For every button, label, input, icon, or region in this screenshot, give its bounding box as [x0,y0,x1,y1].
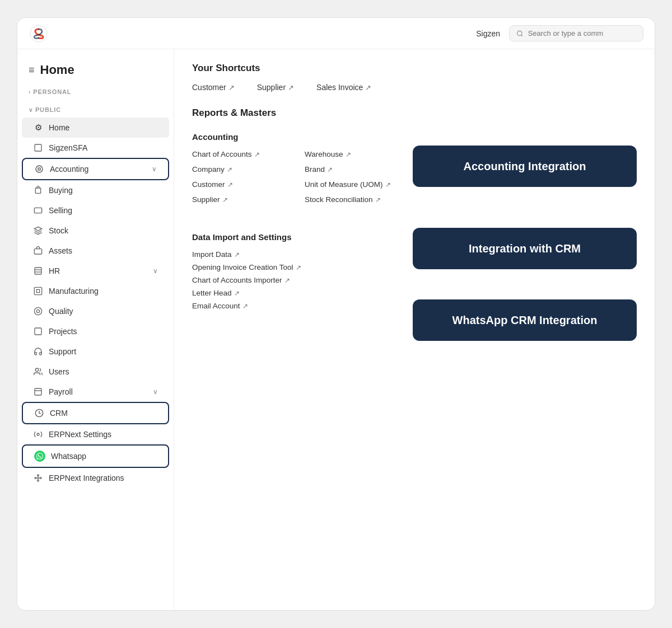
accounting-subsection-title: Accounting [192,132,399,142]
sidebar-item-sigzensfa[interactable]: SigzenSFA [22,138,169,158]
letter-head-link[interactable]: Letter Head ↗ [192,287,399,299]
personal-section-label[interactable]: › PERSONAL [17,86,174,100]
home-icon: ⚙ [33,123,43,133]
sidebar-item-home[interactable]: ⚙ Home [22,118,169,138]
sidebar-item-selling[interactable]: Selling [22,200,169,221]
sidebar-label-payroll: Payroll [49,387,147,396]
sidebar-item-crm[interactable]: CRM [22,402,169,424]
content-area: Your Shortcuts Customer ↗ Supplier ↗ Sal… [174,49,655,610]
svg-point-24 [40,477,41,479]
email-account-arrow: ↗ [242,302,248,310]
personal-chevron: › [29,89,31,95]
support-icon [33,346,43,357]
sidebar-label-projects: Projects [49,327,158,336]
sidebar-label-users: Users [49,367,158,376]
main-layout: ≡ Home › PERSONAL ∨ PUBLIC ⚙ Home [17,49,655,610]
sidebar-label-erpnext-integrations: ERPNext Integrations [49,474,158,482]
topbar: Sigzen [17,18,655,49]
svg-point-25 [38,475,39,476]
company-link[interactable]: Company ↗ [192,163,287,175]
sidebar-label-whatsapp: Whatsapp [51,452,157,461]
shortcut-customer-arrow: ↗ [228,83,235,92]
data-import-title: Data Import and Settings [192,232,399,242]
hr-expand-icon: ∨ [153,267,158,275]
shortcuts-title: Your Shortcuts [192,63,637,74]
company-arrow: ↗ [227,166,232,174]
sidebar-label-home: Home [49,123,158,132]
svg-rect-10 [35,268,41,274]
sidebar-label-hr: HR [49,266,147,275]
uom-link[interactable]: Unit of Measure (UOM) ↗ [305,179,399,190]
stock-icon [33,226,43,236]
data-import-items: Import Data ↗ Opening Invoice Creation T… [192,249,399,312]
opening-invoice-arrow: ↗ [296,264,301,271]
sidebar-item-assets[interactable]: Assets [22,241,169,261]
brand-link[interactable]: Brand ↗ [305,163,399,175]
quality-icon [33,306,43,316]
selling-icon [33,205,43,215]
sidebar-item-support[interactable]: Support [22,341,169,362]
sidebar-label-selling: Selling [49,206,158,215]
chart-of-accounts-link[interactable]: Chart of Accounts ↗ [192,148,287,160]
search-input[interactable] [528,29,636,38]
whatsapp-integration-card: WhatsApp CRM Integration [413,299,637,341]
accounting-expand-icon: ∨ [152,165,157,173]
erpnext-integrations-icon [33,473,43,483]
whatsapp-icon [34,451,45,462]
erpnext-settings-icon [33,429,43,439]
svg-rect-3 [35,144,41,151]
supplier-link-arrow: ↗ [222,196,228,204]
svg-point-16 [36,310,39,312]
app-logo [29,24,49,44]
search-bar[interactable] [509,25,643,41]
customer-arrow: ↗ [227,181,233,189]
svg-rect-7 [34,208,41,213]
page-title-bar: ≡ Home [17,58,174,86]
sidebar-item-hr[interactable]: HR ∨ [22,261,169,281]
email-account-link[interactable]: Email Account ↗ [192,300,399,312]
uom-arrow: ↗ [385,181,391,189]
sidebar-item-buying[interactable]: Buying [22,180,169,200]
svg-rect-14 [36,289,39,292]
coa-importer-arrow: ↗ [284,276,290,284]
accounting-items-grid: Chart of Accounts ↗ Warehouse ↗ Company … [192,148,399,205]
accounting-section: Accounting Chart of Accounts ↗ Warehouse… [192,128,399,214]
stock-reconciliation-link[interactable]: Stock Reconciliation ↗ [305,194,399,205]
svg-point-23 [35,477,36,479]
assets-icon [33,246,43,256]
sidebar-item-erpnext-integrations[interactable]: ERPNext Integrations [22,468,169,488]
import-data-link[interactable]: Import Data ↗ [192,249,399,260]
shortcut-supplier[interactable]: Supplier ↗ [257,83,294,92]
public-chevron: ∨ [29,107,33,113]
customer-link[interactable]: Customer ↗ [192,179,287,190]
hamburger-menu[interactable]: ≡ [29,64,35,76]
projects-icon [33,326,43,336]
sidebar-item-whatsapp[interactable]: Whatsapp [22,444,169,468]
sidebar-item-payroll[interactable]: Payroll ∨ [22,382,169,402]
shortcut-sales-invoice[interactable]: Sales Invoice ↗ [316,83,371,92]
sidebar-item-erpnext-settings[interactable]: ERPNext Settings [22,424,169,444]
sidebar-item-projects[interactable]: Projects [22,321,169,341]
shortcut-customer[interactable]: Customer ↗ [192,83,235,92]
svg-rect-19 [35,388,41,395]
crm-integration-card: Integration with CRM [413,228,637,269]
letter-head-arrow: ↗ [234,289,240,297]
sidebar-item-accounting[interactable]: Accounting ∨ [22,158,169,180]
coa-importer-link[interactable]: Chart of Accounts Importer ↗ [192,274,399,286]
opening-invoice-link[interactable]: Opening Invoice Creation Tool ↗ [192,261,399,273]
svg-point-4 [36,166,43,172]
svg-rect-5 [38,168,40,170]
sidebar-label-buying: Buying [49,186,158,195]
sidebar-item-users[interactable]: Users [22,362,169,382]
sidebar-label-accounting: Accounting [50,165,146,174]
topbar-right: Sigzen [476,25,643,41]
sidebar-item-quality[interactable]: Quality [22,301,169,321]
sidebar-item-manufacturing[interactable]: Manufacturing [22,281,169,301]
warehouse-link[interactable]: Warehouse ↗ [305,148,399,160]
page-title: Home [40,63,74,77]
supplier-link[interactable]: Supplier ↗ [192,194,287,205]
stock-reconciliation-arrow: ↗ [375,196,381,204]
sidebar-item-stock[interactable]: Stock [22,221,169,241]
sidebar-label-erpnext-settings: ERPNext Settings [49,430,158,439]
crm-integration-title: Integration with CRM [469,242,581,255]
